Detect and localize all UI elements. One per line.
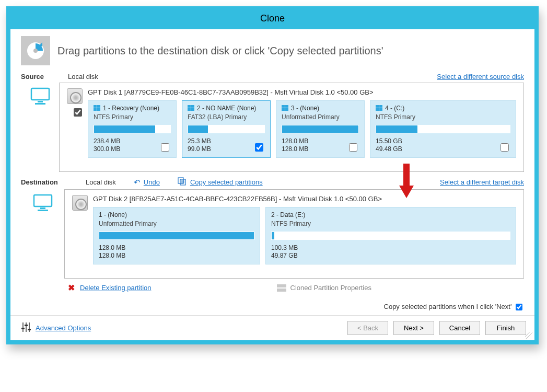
- windows-icon: [282, 105, 289, 111]
- partition-subtitle: NTFS Primary: [94, 113, 171, 121]
- monitor-icon: [32, 193, 53, 214]
- svg-point-1: [33, 49, 38, 53]
- partition-checkbox[interactable]: [161, 143, 169, 152]
- undo-button[interactable]: ↶ Undo: [134, 178, 160, 187]
- partition-card[interactable]: 1 - (None)Unformatted Primary128.0 MB128…: [93, 207, 260, 264]
- windows-icon: [376, 105, 383, 111]
- finish-button[interactable]: Finish: [485, 321, 526, 335]
- resize-grip[interactable]: [525, 332, 532, 339]
- svg-rect-4: [35, 103, 45, 105]
- usage-bar: [282, 125, 359, 133]
- partition-stats: 15.50 GB49.48 GB: [376, 137, 510, 153]
- hdd-icon: [67, 88, 83, 104]
- cloned-properties-label: Cloned Partition Properties: [290, 284, 371, 292]
- usage-bar: [188, 125, 265, 133]
- partition-title: 1 - (None): [99, 211, 254, 219]
- cancel-button[interactable]: Cancel: [439, 321, 480, 335]
- copy-selected-button[interactable]: Copy selected partitions: [178, 177, 263, 187]
- partition-checkbox[interactable]: [349, 143, 357, 152]
- svg-rect-10: [34, 195, 52, 206]
- partition-title: 2 - Data (E:): [271, 211, 510, 219]
- delete-icon: ✖: [68, 283, 75, 293]
- partition-title: 2 - NO NAME (None): [188, 104, 265, 112]
- partition-subtitle: NTFS Primary: [271, 220, 510, 227]
- undo-label: Undo: [144, 178, 160, 186]
- partition-card[interactable]: 1 - Recovery (None)NTFS Primary238.4 MB3…: [88, 100, 177, 158]
- partition-title: 3 - (None): [282, 104, 359, 112]
- partition-checkbox[interactable]: [255, 143, 263, 152]
- delete-existing-label: Delete Existing partition: [80, 284, 152, 292]
- partition-card[interactable]: 2 - Data (E:)NTFS Primary100.3 MB49.87 G…: [265, 207, 516, 264]
- usage-bar: [99, 232, 254, 240]
- svg-rect-14: [21, 328, 25, 329]
- destination-label: Destination: [21, 178, 68, 186]
- source-label: Source: [21, 73, 68, 80]
- delete-existing-button[interactable]: ✖ Delete Existing partition: [68, 283, 152, 293]
- source-disk-box: GPT Disk 1 [A8779CE9-FE0B-46C1-8BC7-73AA…: [59, 83, 524, 172]
- partition-title: 4 - (C:): [376, 104, 510, 112]
- source-disk-checkbox[interactable]: [74, 108, 82, 117]
- hdd-icon: [72, 195, 88, 211]
- partition-stats: 100.3 MB49.87 GB: [271, 244, 510, 260]
- partition-title: 1 - Recovery (None): [94, 104, 171, 112]
- destination-sublabel: Local disk: [86, 178, 116, 186]
- instruction-header: Drag partitions to the destination disk …: [21, 36, 524, 65]
- svg-rect-12: [38, 210, 48, 211]
- advanced-options-link[interactable]: Advanced Options: [21, 322, 91, 333]
- windows-icon: [94, 105, 101, 111]
- svg-rect-16: [25, 325, 28, 326]
- back-button[interactable]: < Back: [347, 321, 388, 335]
- properties-icon: [277, 284, 286, 292]
- usage-bar: [271, 232, 510, 240]
- select-different-source-link[interactable]: Select a different source disk: [437, 73, 524, 80]
- copy-icon: [178, 177, 187, 187]
- cloned-properties-disabled: Cloned Partition Properties: [277, 284, 371, 292]
- partition-card[interactable]: 3 - (None)Unformatted Primary128.0 MB128…: [276, 100, 365, 158]
- partition-checkbox[interactable]: [501, 143, 509, 152]
- clone-window: Clone Drag partitions to the destination…: [6, 6, 539, 344]
- partition-subtitle: FAT32 (LBA) Primary: [188, 113, 265, 121]
- copy-on-next-label: Copy selected partitions when I click 'N…: [384, 303, 512, 310]
- svg-rect-3: [38, 101, 43, 102]
- svg-rect-11: [40, 207, 45, 209]
- destination-disk-box: GPT Disk 2 [8FB25AE7-A51C-4CAB-BBFC-423C…: [64, 189, 524, 279]
- advanced-options-label: Advanced Options: [36, 324, 91, 332]
- usage-bar: [376, 125, 510, 133]
- clone-icon: [21, 36, 50, 65]
- window-title: Clone: [10, 10, 535, 29]
- partition-card[interactable]: 2 - NO NAME (None)FAT32 (LBA) Primary25.…: [182, 100, 271, 158]
- next-button[interactable]: Next >: [393, 321, 434, 335]
- partition-card[interactable]: 4 - (C:)NTFS Primary15.50 GB49.48 GB: [370, 100, 516, 158]
- partition-stats: 128.0 MB128.0 MB: [282, 137, 359, 153]
- partition-subtitle: NTFS Primary: [376, 113, 510, 121]
- partition-stats: 128.0 MB128.0 MB: [99, 244, 254, 260]
- monitor-icon: [30, 87, 51, 107]
- copy-selected-label: Copy selected partitions: [190, 178, 263, 186]
- destination-disk-info: GPT Disk 2 [8FB25AE7-A51C-4CAB-BBFC-423C…: [93, 195, 516, 203]
- undo-icon: ↶: [134, 178, 141, 187]
- partition-stats: 25.3 MB99.0 MB: [188, 137, 265, 153]
- windows-icon: [188, 105, 195, 111]
- partition-subtitle: Unformatted Primary: [99, 220, 254, 227]
- source-sublabel: Local disk: [68, 73, 98, 80]
- partition-subtitle: Unformatted Primary: [282, 113, 359, 121]
- svg-rect-18: [28, 329, 31, 330]
- svg-rect-2: [31, 88, 49, 100]
- source-disk-info: GPT Disk 1 [A8779CE9-FE0B-46C1-8BC7-73AA…: [88, 88, 516, 96]
- sliders-icon: [21, 322, 31, 333]
- select-different-target-link[interactable]: Select a different target disk: [440, 178, 524, 186]
- copy-on-next-checkbox[interactable]: [516, 304, 522, 310]
- instruction-text: Drag partitions to the destination disk …: [57, 45, 383, 57]
- partition-stats: 238.4 MB300.0 MB: [94, 137, 171, 153]
- usage-bar: [94, 125, 171, 133]
